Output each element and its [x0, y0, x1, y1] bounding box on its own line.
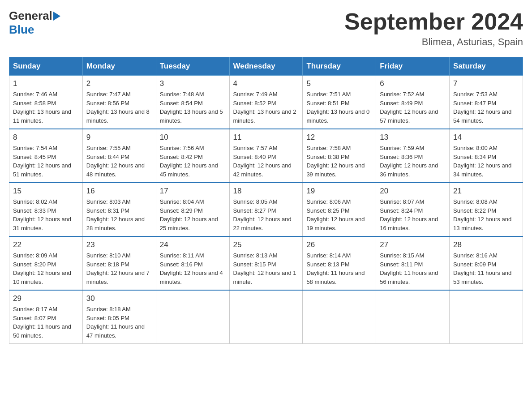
calendar-cell: 28 Sunrise: 8:16 AM Sunset: 8:09 PM Dayl…: [450, 236, 523, 290]
calendar-cell: [376, 290, 450, 344]
col-friday: Friday: [376, 57, 450, 76]
logo: General: [9, 9, 61, 23]
day-info: Sunrise: 7:54 AM Sunset: 8:45 PM Dayligh…: [13, 144, 79, 179]
day-number: 10: [160, 133, 226, 142]
col-thursday: Thursday: [303, 57, 376, 76]
calendar-table: Sunday Monday Tuesday Wednesday Thursday…: [9, 57, 523, 344]
month-title: September 2024: [344, 9, 523, 34]
calendar-cell: 5 Sunrise: 7:51 AM Sunset: 8:51 PM Dayli…: [303, 76, 376, 129]
day-number: 14: [453, 133, 519, 142]
calendar-cell: 20 Sunrise: 8:07 AM Sunset: 8:24 PM Dayl…: [376, 183, 450, 236]
day-info: Sunrise: 8:16 AM Sunset: 8:09 PM Dayligh…: [453, 251, 519, 286]
day-number: 11: [233, 133, 299, 142]
calendar-cell: [303, 290, 376, 344]
day-number: 7: [453, 79, 519, 88]
col-wednesday: Wednesday: [229, 57, 303, 76]
day-number: 16: [86, 187, 152, 196]
calendar-cell: 16 Sunrise: 8:03 AM Sunset: 8:31 PM Dayl…: [82, 183, 156, 236]
day-info: Sunrise: 8:10 AM Sunset: 8:18 PM Dayligh…: [86, 251, 152, 286]
day-info: Sunrise: 8:00 AM Sunset: 8:34 PM Dayligh…: [453, 144, 519, 179]
day-number: 4: [233, 79, 299, 88]
calendar-cell: 3 Sunrise: 7:48 AM Sunset: 8:54 PM Dayli…: [156, 76, 229, 129]
calendar-cell: 6 Sunrise: 7:52 AM Sunset: 8:49 PM Dayli…: [376, 76, 450, 129]
day-info: Sunrise: 7:59 AM Sunset: 8:36 PM Dayligh…: [380, 144, 446, 179]
day-info: Sunrise: 8:06 AM Sunset: 8:25 PM Dayligh…: [306, 197, 372, 232]
day-info: Sunrise: 7:46 AM Sunset: 8:58 PM Dayligh…: [13, 90, 79, 125]
day-number: 21: [453, 187, 519, 196]
day-number: 27: [380, 240, 446, 249]
calendar-week-4: 22 Sunrise: 8:09 AM Sunset: 8:20 PM Dayl…: [9, 236, 523, 290]
calendar-header-row: Sunday Monday Tuesday Wednesday Thursday…: [9, 57, 523, 76]
calendar-cell: [156, 290, 229, 344]
calendar-cell: 26 Sunrise: 8:14 AM Sunset: 8:13 PM Dayl…: [303, 236, 376, 290]
calendar-cell: 11 Sunrise: 7:57 AM Sunset: 8:40 PM Dayl…: [229, 129, 303, 183]
calendar-cell: 30 Sunrise: 8:18 AM Sunset: 8:05 PM Dayl…: [82, 290, 156, 344]
calendar-cell: 9 Sunrise: 7:55 AM Sunset: 8:44 PM Dayli…: [82, 129, 156, 183]
day-number: 30: [86, 294, 152, 303]
day-number: 1: [13, 79, 79, 88]
calendar-cell: 29 Sunrise: 8:17 AM Sunset: 8:07 PM Dayl…: [9, 290, 83, 344]
day-number: 13: [380, 133, 446, 142]
day-number: 9: [86, 133, 152, 142]
day-number: 29: [13, 294, 79, 303]
day-info: Sunrise: 8:02 AM Sunset: 8:33 PM Dayligh…: [13, 197, 79, 232]
calendar-week-1: 1 Sunrise: 7:46 AM Sunset: 8:58 PM Dayli…: [9, 76, 523, 129]
day-info: Sunrise: 8:08 AM Sunset: 8:22 PM Dayligh…: [453, 197, 519, 232]
calendar-cell: 12 Sunrise: 7:58 AM Sunset: 8:38 PM Dayl…: [303, 129, 376, 183]
calendar-cell: 2 Sunrise: 7:47 AM Sunset: 8:56 PM Dayli…: [82, 76, 156, 129]
calendar-week-2: 8 Sunrise: 7:54 AM Sunset: 8:45 PM Dayli…: [9, 129, 523, 183]
calendar-cell: 8 Sunrise: 7:54 AM Sunset: 8:45 PM Dayli…: [9, 129, 83, 183]
day-info: Sunrise: 8:14 AM Sunset: 8:13 PM Dayligh…: [306, 251, 372, 286]
calendar-cell: 23 Sunrise: 8:10 AM Sunset: 8:18 PM Dayl…: [82, 236, 156, 290]
day-number: 23: [86, 240, 152, 249]
logo-blue-text: Blue: [9, 23, 34, 37]
calendar-cell: 14 Sunrise: 8:00 AM Sunset: 8:34 PM Dayl…: [450, 129, 523, 183]
day-info: Sunrise: 7:47 AM Sunset: 8:56 PM Dayligh…: [86, 90, 152, 125]
calendar-week-5: 29 Sunrise: 8:17 AM Sunset: 8:07 PM Dayl…: [9, 290, 523, 344]
day-info: Sunrise: 7:58 AM Sunset: 8:38 PM Dayligh…: [306, 144, 372, 179]
title-area: September 2024 Blimea, Asturias, Spain: [344, 9, 523, 48]
col-monday: Monday: [82, 57, 156, 76]
calendar-cell: 7 Sunrise: 7:53 AM Sunset: 8:47 PM Dayli…: [450, 76, 523, 129]
day-info: Sunrise: 8:11 AM Sunset: 8:16 PM Dayligh…: [160, 251, 226, 286]
calendar-cell: 19 Sunrise: 8:06 AM Sunset: 8:25 PM Dayl…: [303, 183, 376, 236]
calendar-cell: 22 Sunrise: 8:09 AM Sunset: 8:20 PM Dayl…: [9, 236, 83, 290]
day-number: 12: [306, 133, 372, 142]
page-header: General Blue September 2024 Blimea, Astu…: [9, 9, 523, 48]
logo-area: General Blue: [9, 9, 61, 37]
calendar-cell: 21 Sunrise: 8:08 AM Sunset: 8:22 PM Dayl…: [450, 183, 523, 236]
col-saturday: Saturday: [450, 57, 523, 76]
col-sunday: Sunday: [9, 57, 83, 76]
day-info: Sunrise: 8:07 AM Sunset: 8:24 PM Dayligh…: [380, 197, 446, 232]
day-info: Sunrise: 7:57 AM Sunset: 8:40 PM Dayligh…: [233, 144, 299, 179]
day-info: Sunrise: 8:04 AM Sunset: 8:29 PM Dayligh…: [160, 197, 226, 232]
day-number: 25: [233, 240, 299, 249]
day-number: 18: [233, 187, 299, 196]
col-tuesday: Tuesday: [156, 57, 229, 76]
day-info: Sunrise: 8:15 AM Sunset: 8:11 PM Dayligh…: [380, 251, 446, 286]
day-info: Sunrise: 8:13 AM Sunset: 8:15 PM Dayligh…: [233, 251, 299, 286]
day-info: Sunrise: 7:52 AM Sunset: 8:49 PM Dayligh…: [380, 90, 446, 125]
day-number: 6: [380, 79, 446, 88]
day-info: Sunrise: 7:56 AM Sunset: 8:42 PM Dayligh…: [160, 144, 226, 179]
calendar-cell: [450, 290, 523, 344]
day-info: Sunrise: 8:18 AM Sunset: 8:05 PM Dayligh…: [86, 305, 152, 340]
day-number: 2: [86, 79, 152, 88]
location-title: Blimea, Asturias, Spain: [344, 36, 523, 48]
day-info: Sunrise: 8:09 AM Sunset: 8:20 PM Dayligh…: [13, 251, 79, 286]
day-number: 20: [380, 187, 446, 196]
day-info: Sunrise: 8:03 AM Sunset: 8:31 PM Dayligh…: [86, 197, 152, 232]
day-number: 24: [160, 240, 226, 249]
calendar-cell: 18 Sunrise: 8:05 AM Sunset: 8:27 PM Dayl…: [229, 183, 303, 236]
day-info: Sunrise: 8:05 AM Sunset: 8:27 PM Dayligh…: [233, 197, 299, 232]
day-number: 26: [306, 240, 372, 249]
day-number: 17: [160, 187, 226, 196]
day-number: 22: [13, 240, 79, 249]
calendar-cell: 24 Sunrise: 8:11 AM Sunset: 8:16 PM Dayl…: [156, 236, 229, 290]
day-info: Sunrise: 7:51 AM Sunset: 8:51 PM Dayligh…: [306, 90, 372, 125]
calendar-week-3: 15 Sunrise: 8:02 AM Sunset: 8:33 PM Dayl…: [9, 183, 523, 236]
day-info: Sunrise: 7:53 AM Sunset: 8:47 PM Dayligh…: [453, 90, 519, 125]
calendar-cell: 1 Sunrise: 7:46 AM Sunset: 8:58 PM Dayli…: [9, 76, 83, 129]
day-number: 5: [306, 79, 372, 88]
day-info: Sunrise: 7:48 AM Sunset: 8:54 PM Dayligh…: [160, 90, 226, 125]
